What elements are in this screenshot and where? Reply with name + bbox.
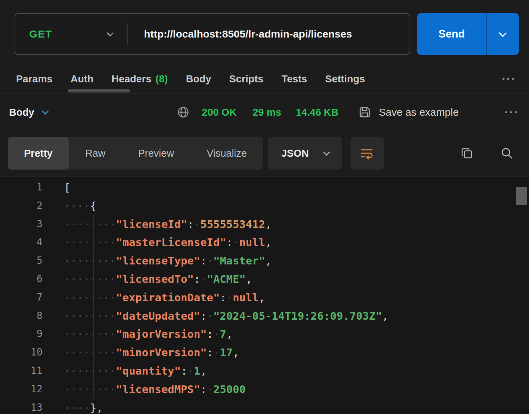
request-tab-scripts[interactable]: Scripts [229,73,263,85]
line-number: 6 [0,270,42,288]
request-tab-label: Tests [282,73,307,85]
request-tab-tests[interactable]: Tests [282,73,307,85]
request-tab-label: Body [186,73,211,85]
search-button[interactable] [500,147,514,160]
network-globe-icon[interactable] [177,106,190,118]
code-line: 5········"licenseType":·"Master", [0,252,529,270]
request-tab-label: Auth [71,73,94,85]
response-tab-preview[interactable]: Preview [122,137,190,170]
format-dropdown[interactable]: JSON [268,137,342,170]
response-body-selector[interactable]: Body [9,107,48,118]
code-line-text: ········"minorVersion":·17, [42,343,239,362]
search-icon [500,147,514,160]
wrap-text-icon [360,147,374,160]
line-number: 9 [0,325,42,343]
send-options-button[interactable] [487,13,519,55]
line-number: 11 [0,362,42,380]
code-line-text: ········"quantity":·1, [42,362,207,380]
response-meta-bar: Body 200 OK 29 ms 14.46 KB Save as examp… [9,101,519,123]
indent-guide [93,215,94,399]
send-button-label: Send [417,13,486,55]
code-editor-lines: 1[2····{3········"licenseId":·5555553412… [0,178,529,414]
code-line: 9········"majorVersion":·7, [0,325,529,343]
chevron-down-icon [107,30,114,36]
response-body-label: Body [9,107,34,118]
line-number: 4 [0,233,42,252]
code-line-text: ········"licenseId":·5555553412, [42,215,272,234]
code-line-text: ····}, [42,399,103,414]
request-tab-headers[interactable]: Headers(8) [112,73,168,85]
line-number: 7 [0,288,42,307]
method-label: GET [29,28,52,40]
chevron-down-icon [499,29,507,37]
section-divider [0,93,529,93]
code-editor[interactable]: 1[2····{3········"licenseId":·5555553412… [0,177,529,414]
code-line-text: ········"masterLicenseId":·null, [42,233,272,252]
code-line: 7········"expirationDate":·null, [0,288,529,307]
request-bar: GET Send [15,13,519,55]
request-tab-count: (8) [155,73,168,85]
scrollbar-thumb[interactable] [516,187,527,205]
wrap-text-button[interactable] [350,137,384,170]
code-line: 3········"licenseId":·5555553412, [0,215,529,234]
request-tabs-list: ParamsAuthHeaders(8)BodyScriptsTestsSett… [16,68,516,90]
request-tab-body[interactable]: Body [186,73,211,85]
code-line: 4········"masterLicenseId":·null, [0,233,529,252]
response-size[interactable]: 14.46 KB [296,107,339,118]
request-more-options-button[interactable]: ••• [502,74,516,83]
code-line: 1[ [0,178,529,197]
request-tab-auth[interactable]: Auth [71,73,94,85]
code-line-text: ········"licensedMPS":·25000 [42,380,246,399]
line-number: 12 [0,380,42,399]
copy-icon [461,147,473,160]
line-number: 13 [0,399,42,414]
code-line-text: ········"licenseType":·"Master", [42,252,272,270]
request-tab-label: Scripts [229,73,263,85]
format-dropdown-value: JSON [281,148,309,159]
response-view-tabs: PrettyRawPreviewVisualize [8,137,263,170]
code-line-text: ········"expirationDate":·null, [42,288,265,307]
code-line-text: ····{ [42,197,96,215]
url-input[interactable] [128,28,410,40]
line-number: 3 [0,215,42,234]
code-line: 8········"dateUpdated":·"2024-05-14T19:2… [0,307,529,325]
code-line-text: ········"majorVersion":·7, [42,325,233,343]
code-line: 6········"licensedTo":·"ACME", [0,270,529,288]
line-number: 10 [0,343,42,362]
line-number: 1 [0,178,42,197]
copy-button[interactable] [461,147,473,160]
status-badge[interactable]: 200 OK [202,107,237,118]
response-tab-visualize[interactable]: Visualize [190,137,263,170]
save-as-example-button[interactable]: Save as example [379,106,459,118]
line-number: 8 [0,307,42,325]
chevron-down-icon [42,108,49,115]
response-tab-raw[interactable]: Raw [69,137,122,170]
response-more-options-button[interactable]: ••• [505,108,519,117]
code-line-text: ········"licensedTo":·"ACME", [42,270,252,288]
send-button[interactable]: Send [417,13,519,55]
code-line-text: [ [42,178,71,197]
api-client-window: GET Send ParamsAuthHeaders(8)BodyScripts… [0,0,529,414]
request-tab-label: Headers [112,73,151,85]
line-number: 2 [0,197,42,215]
code-line: 11········"quantity":·1, [0,362,529,380]
response-time[interactable]: 29 ms [252,107,281,118]
code-line: 10········"minorVersion":·17, [0,343,529,362]
request-tab-label: Params [16,73,53,85]
code-line: 2····{ [0,197,529,215]
response-tab-pretty[interactable]: Pretty [8,137,69,170]
request-tab-settings[interactable]: Settings [325,73,365,85]
code-line: 12········"licensedMPS":·25000 [0,380,529,399]
code-line: 13····}, [0,399,529,414]
request-tab-params[interactable]: Params [16,73,53,85]
chevron-down-icon [323,149,330,156]
line-number: 5 [0,252,42,270]
request-tab-label: Settings [325,73,365,85]
save-icon[interactable] [358,106,371,118]
code-line-text: ········"dateUpdated":·"2024-05-14T19:26… [42,307,388,325]
method-selector[interactable]: GET [15,14,127,54]
response-toolbar: PrettyRawPreviewVisualize JSON [8,137,518,170]
url-bar: GET [15,13,410,55]
